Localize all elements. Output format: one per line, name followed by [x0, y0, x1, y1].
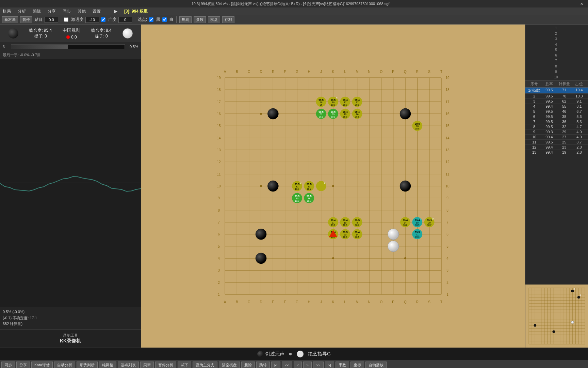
- hint-val3: 18.9: [319, 116, 323, 118]
- row-label-l-1: 18: [217, 88, 221, 92]
- move-pos: 3.7: [572, 140, 587, 144]
- bottom-btn-22[interactable]: 自动播放: [365, 362, 387, 368]
- star-point: [260, 113, 262, 115]
- save-button[interactable]: 存档: [222, 16, 234, 23]
- paste-input[interactable]: [45, 17, 58, 23]
- bottom-btn-5[interactable]: 纯网格: [99, 362, 116, 368]
- bottom-btn-2[interactable]: Kata评估: [31, 362, 53, 368]
- play-pause-icon[interactable]: ▶: [113, 8, 119, 14]
- row-label-l-8: 11: [217, 172, 221, 176]
- row-label-l-0: 19: [217, 76, 221, 80]
- bottom-btn-8[interactable]: 暂停分析: [155, 362, 176, 368]
- move-calc: 55: [557, 104, 572, 108]
- new-game-button[interactable]: 新对局: [2, 16, 18, 23]
- star-point: [332, 185, 334, 187]
- col-label-top-7: H: [308, 70, 310, 74]
- bottom-btn-20[interactable]: 手数: [336, 362, 349, 368]
- intensity-checkbox[interactable]: [64, 17, 68, 22]
- menu-item-shezhi[interactable]: 设置: [91, 8, 102, 15]
- rules-button[interactable]: 规则: [179, 16, 192, 23]
- bottom-btn-14[interactable]: |<: [271, 362, 280, 368]
- bottom-btn-6[interactable]: 选点列表: [118, 362, 139, 368]
- col-label-top-13: O: [380, 70, 382, 74]
- bottom-btn-17[interactable]: >: [303, 362, 311, 368]
- board-button[interactable]: 棋盘: [208, 16, 220, 23]
- bottom-btn-7[interactable]: 刷新: [140, 362, 154, 368]
- bottom-btn-19[interactable]: >|: [325, 362, 334, 368]
- move-row-11[interactable]: 1299.4232.8: [525, 145, 588, 150]
- hint-val2: 32: [296, 185, 298, 188]
- col-label-top-3: D: [260, 70, 262, 74]
- move-row-2[interactable]: 399.5629.1: [525, 99, 588, 104]
- white-checkbox[interactable]: [162, 17, 167, 22]
- move-num: 8: [527, 125, 542, 129]
- right-panel: 12345678910 序号 胜率 计算量 占位 1(实战)99.57110.4…: [525, 25, 588, 348]
- mini-board: 34: [525, 285, 588, 348]
- row-label-r-14: 5: [446, 245, 448, 248]
- menu-item-tongbu[interactable]: 同步: [61, 8, 72, 15]
- move-row-6[interactable]: 799.5365.3: [525, 119, 588, 124]
- col-label-13: O: [380, 300, 382, 304]
- bottom-btn-3[interactable]: 自动分析: [54, 362, 75, 368]
- menu-item-qita[interactable]: 其他: [76, 8, 87, 15]
- bottom-btn-15[interactable]: <<: [282, 362, 292, 368]
- breadth-label: 广度: [108, 17, 116, 22]
- col-label-top-9: K: [332, 70, 334, 74]
- move-pos: 6.7: [572, 109, 587, 113]
- move-row-7[interactable]: 899.5324.7: [525, 124, 588, 129]
- bottom-btn-9[interactable]: 试下: [178, 362, 191, 368]
- menu-item-qiju[interactable]: 棋局: [1, 8, 12, 15]
- black-checkbox[interactable]: [149, 17, 153, 22]
- hint-val2: 55: [416, 221, 419, 224]
- col-label-0: A: [224, 300, 226, 304]
- black-capture-label: 提子: 0: [34, 33, 47, 39]
- move-list[interactable]: 1(实战)99.57110.4299.57010.3399.5629.1499.…: [525, 88, 588, 285]
- breadth-checkbox[interactable]: [101, 17, 105, 22]
- go-board[interactable]: 99.51836799.53619.099.41718.899.41718.89…: [214, 67, 452, 305]
- move-num: 11: [527, 140, 542, 144]
- menu-item-fenxi[interactable]: 分析: [16, 8, 27, 15]
- bottom-btn-16[interactable]: <: [294, 362, 302, 368]
- breadth-input[interactable]: [118, 17, 132, 23]
- move-num: 9: [527, 130, 542, 134]
- col-header-calc: 计算量: [557, 81, 572, 87]
- last-move-info: 最后一手: -0.0% -0.7目: [0, 51, 141, 59]
- hint-badge: 6: [324, 181, 326, 184]
- hint-badge: 8: [300, 181, 301, 184]
- vertical-numbers: 12345678910: [525, 25, 588, 80]
- move-rate: 99.4: [542, 135, 557, 139]
- move-row-0[interactable]: 1(实战)99.57110.4: [525, 88, 588, 94]
- bottom-btn-10[interactable]: 设为主分支: [193, 362, 217, 368]
- menu-item-bianji[interactable]: 编辑: [31, 8, 42, 15]
- move-row-4[interactable]: 599.5466.7: [525, 109, 588, 114]
- move-row-1[interactable]: 299.57010.3: [525, 94, 588, 99]
- bottom-btn-12[interactable]: 删除: [241, 362, 255, 368]
- params-button[interactable]: 参数: [194, 16, 206, 23]
- vs-symbol-2: ⚪: [296, 350, 304, 358]
- row-label-r-11: 8: [446, 209, 448, 212]
- bottom-btn-4[interactable]: 形势判断: [77, 362, 98, 368]
- bottom-btn-18[interactable]: >>: [313, 362, 324, 368]
- move-row-12[interactable]: 1399.4192.8: [525, 150, 588, 155]
- bottom-btn-1[interactable]: 分享: [16, 362, 30, 368]
- col-label-top-8: J: [320, 70, 322, 74]
- row-label-r-4: 15: [445, 124, 450, 128]
- move-row-8[interactable]: 999.3294.0: [525, 129, 588, 135]
- move-row-3[interactable]: 499.4558.1: [525, 104, 588, 109]
- move-row-10[interactable]: 1199.5253.7: [525, 140, 588, 145]
- pause-button[interactable]: 暂停: [20, 16, 32, 23]
- menu-item-fenxiang[interactable]: 分享: [46, 8, 57, 15]
- intensity-input[interactable]: [85, 17, 99, 23]
- move-row-9[interactable]: 1099.4274.0: [525, 135, 588, 140]
- move-calc: 38: [557, 114, 572, 119]
- bottom-btn-0[interactable]: 同步: [1, 362, 15, 368]
- move-calc: 46: [557, 109, 572, 113]
- bottom-stats: 0.5% (-0.0%) (-0.7) 不确定度: 17.1 682 计算量): [0, 307, 141, 329]
- bottom-btn-13[interactable]: 跳转: [256, 362, 270, 368]
- board-area[interactable]: 99.51836799.53619.099.41718.899.41718.89…: [141, 25, 525, 348]
- bottom-btn-11[interactable]: 清空棋盘: [219, 362, 240, 368]
- bottom-btn-21[interactable]: 坐标: [350, 362, 364, 368]
- step-label: 3: [3, 45, 10, 49]
- close-button[interactable]: ✕: [578, 2, 585, 6]
- move-row-5[interactable]: 699.5385.6: [525, 114, 588, 119]
